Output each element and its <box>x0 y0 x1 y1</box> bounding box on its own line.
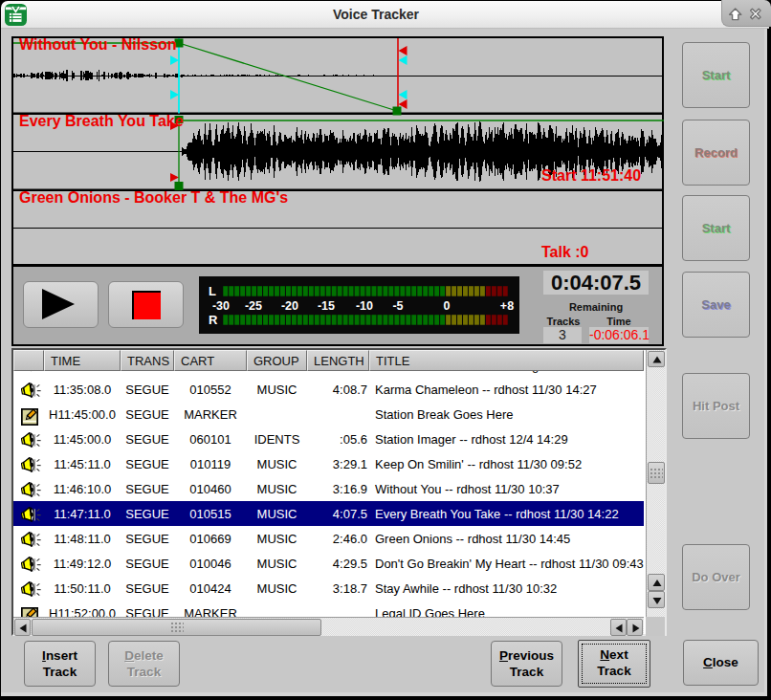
svg-text:-30: -30 <box>212 299 230 313</box>
svg-text:0: 0 <box>444 299 451 313</box>
svg-text:+8: +8 <box>500 299 514 313</box>
svg-text:R: R <box>209 313 218 327</box>
svg-text:-20: -20 <box>281 299 298 313</box>
svg-text:-25: -25 <box>245 299 262 313</box>
svg-text:L: L <box>209 284 216 298</box>
svg-text:-5: -5 <box>392 299 403 313</box>
svg-text:-15: -15 <box>318 299 335 313</box>
svg-text:-10: -10 <box>356 299 373 313</box>
